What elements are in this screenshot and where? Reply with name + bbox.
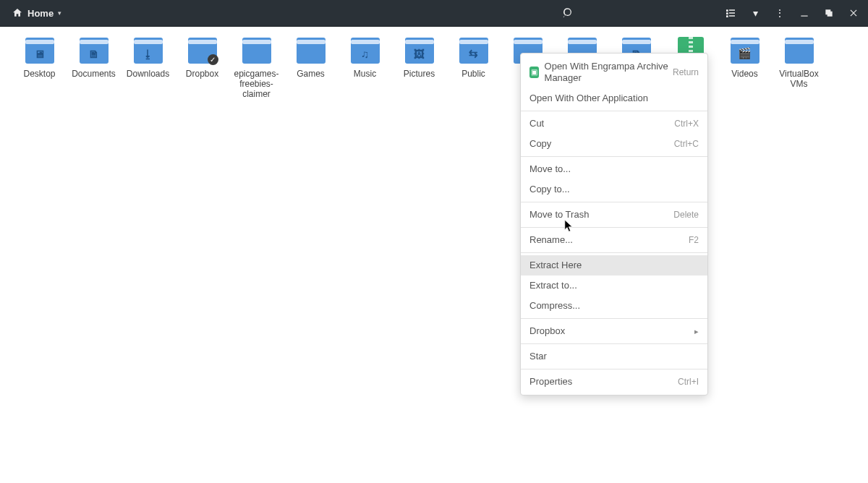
grid-item-label: epicgames-freebies-claimer (231, 69, 282, 99)
grid-item[interactable]: ob (0, 31, 12, 80)
grid-item-label: Pictures (404, 69, 435, 79)
folder-icon: ♫ (348, 33, 383, 67)
menu-label: Move to Trash (529, 209, 589, 221)
menu-accel: Return (673, 67, 699, 78)
menu-extract-to[interactable]: Extract to... (521, 275, 707, 296)
sync-badge-icon: ✓ (208, 54, 218, 65)
archive-app-icon: ▣ (529, 67, 539, 78)
menu-accel: Ctrl+I (678, 376, 699, 388)
grid-item-label: Games (297, 69, 325, 79)
grid-item[interactable]: Games (284, 31, 338, 80)
grid-item-label: Dropbox (186, 69, 218, 79)
window-close-button[interactable] (845, 4, 862, 22)
context-menu: ▣ Open With Engrampa Archive Manager Ret… (520, 53, 708, 396)
grid-item[interactable]: VirtualBox VMs (772, 31, 826, 90)
menu-star[interactable]: Star (521, 346, 707, 367)
location-label: Home (27, 8, 54, 19)
menu-accel: F2 (689, 234, 699, 246)
grid-item[interactable]: 🎬Videos (718, 31, 772, 80)
home-icon (12, 7, 23, 19)
menu-separator (521, 111, 707, 111)
view-mode-dropdown[interactable]: ▾ (746, 4, 764, 22)
view-mode-button[interactable] (722, 4, 739, 22)
menu-separator (521, 343, 707, 344)
menu-label: Compress... (529, 300, 580, 312)
grid-item[interactable]: ✓Dropbox (175, 31, 229, 80)
icon-grid: ob🖥Desktop🗎Documents⭳Downloads✓Dropboxep… (0, 27, 868, 101)
grid-item[interactable]: 🗎Documents (67, 31, 121, 80)
menu-properties[interactable]: Properties Ctrl+I (521, 372, 707, 392)
grid-item-label: Videos (731, 69, 757, 79)
menu-separator (521, 202, 707, 202)
menu-label: Extract Here (529, 260, 582, 271)
menu-separator (521, 318, 707, 319)
menu-copy[interactable]: Copy Ctrl+C (521, 134, 707, 154)
folder-icon: 🖥 (22, 33, 57, 67)
menu-cut[interactable]: Cut Ctrl+X (521, 114, 707, 134)
folder-icon (239, 33, 274, 67)
menu-open-with-default[interactable]: ▣ Open With Engrampa Archive Manager Ret… (521, 56, 707, 88)
window-maximize-button[interactable] (820, 4, 838, 22)
grid-item[interactable]: ⭳Downloads (121, 31, 175, 80)
menu-label: Copy to... (529, 184, 570, 195)
grid-item[interactable]: epicgames-freebies-claimer (229, 31, 284, 101)
window-minimize-button[interactable] (796, 4, 813, 22)
folder-icon: 🎬 (728, 33, 762, 67)
hamburger-menu-button[interactable]: ⋮ (771, 4, 788, 22)
grid-item-label: Public (461, 69, 485, 79)
menu-accel: Ctrl+C (674, 138, 699, 150)
menu-accel: Ctrl+X (674, 118, 699, 129)
grid-item-label: VirtualBox VMs (773, 69, 825, 89)
menu-dropbox[interactable]: Dropbox ▸ (521, 321, 707, 341)
search-button[interactable] (560, 4, 577, 22)
menu-separator (521, 252, 707, 253)
folder-icon: ⭳ (131, 33, 166, 67)
menu-move-to[interactable]: Move to... (521, 159, 707, 179)
folder-icon: 🗎 (77, 33, 111, 67)
menu-label: Properties (529, 376, 572, 388)
menu-label: Open With Other Application (529, 93, 648, 104)
menu-label: Extract to... (529, 280, 577, 291)
menu-open-with-other[interactable]: Open With Other Application (521, 88, 707, 108)
menu-label: Dropbox (529, 325, 565, 337)
menu-accel: Delete (673, 209, 699, 221)
menu-separator (521, 227, 707, 228)
submenu-arrow-icon: ▸ (694, 325, 699, 337)
location-dropdown-icon: ▾ (58, 9, 61, 17)
grid-item-label: Music (354, 69, 376, 79)
folder-icon (0, 33, 3, 67)
titlebar: Home ▾ ▾ ⋮ (0, 0, 868, 27)
menu-extract-here[interactable]: Extract Here (521, 255, 707, 275)
menu-label: Star (529, 351, 547, 362)
menu-rename[interactable]: Rename... F2 (521, 230, 707, 250)
grid-item[interactable]: ♫Music (338, 31, 392, 80)
folder-icon: ✓ (185, 33, 220, 67)
folder-icon (782, 33, 817, 67)
menu-label: Copy (529, 138, 551, 150)
menu-compress[interactable]: Compress... (521, 296, 707, 316)
grid-item-label: Documents (72, 69, 116, 79)
menu-separator (521, 156, 707, 157)
menu-label: Rename... (529, 234, 573, 246)
menu-label: Move to... (529, 163, 571, 175)
folder-icon (294, 33, 328, 67)
grid-item[interactable]: ⇆Public (446, 31, 501, 80)
menu-separator (521, 369, 707, 369)
grid-item[interactable]: 🖼Pictures (392, 31, 446, 80)
menu-label: Cut (529, 118, 544, 129)
folder-icon: ⇆ (456, 33, 491, 67)
grid-item-label: Downloads (127, 69, 169, 79)
menu-copy-to[interactable]: Copy to... (521, 179, 707, 200)
grid-item[interactable]: 🖥Desktop (12, 31, 67, 80)
folder-icon: 🖼 (402, 33, 437, 67)
grid-item-label: Desktop (23, 69, 55, 79)
menu-move-to-trash[interactable]: Move to Trash Delete (521, 205, 707, 225)
menu-label: Open With Engrampa Archive Manager (545, 61, 673, 84)
titlebar-actions: ▾ ⋮ (722, 4, 862, 22)
location-breadcrumb[interactable]: Home ▾ (6, 7, 61, 19)
